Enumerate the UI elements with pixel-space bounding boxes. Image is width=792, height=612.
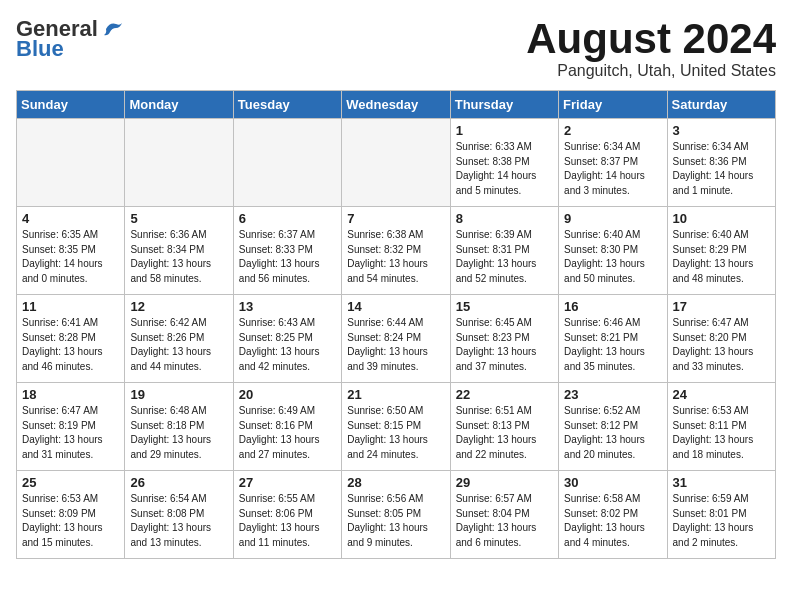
- logo-blue-text: Blue: [16, 36, 64, 62]
- month-title: August 2024: [526, 16, 776, 62]
- page-header: General Blue August 2024 Panguitch, Utah…: [16, 16, 776, 80]
- calendar-cell: 31Sunrise: 6:59 AM Sunset: 8:01 PM Dayli…: [667, 471, 775, 559]
- day-info: Sunrise: 6:41 AM Sunset: 8:28 PM Dayligh…: [22, 316, 119, 374]
- calendar-cell: 18Sunrise: 6:47 AM Sunset: 8:19 PM Dayli…: [17, 383, 125, 471]
- calendar-cell: 13Sunrise: 6:43 AM Sunset: 8:25 PM Dayli…: [233, 295, 341, 383]
- calendar-cell: 24Sunrise: 6:53 AM Sunset: 8:11 PM Dayli…: [667, 383, 775, 471]
- day-info: Sunrise: 6:34 AM Sunset: 8:36 PM Dayligh…: [673, 140, 770, 198]
- day-number: 28: [347, 475, 444, 490]
- calendar-cell: 22Sunrise: 6:51 AM Sunset: 8:13 PM Dayli…: [450, 383, 558, 471]
- calendar-week-row: 4Sunrise: 6:35 AM Sunset: 8:35 PM Daylig…: [17, 207, 776, 295]
- calendar-cell: 29Sunrise: 6:57 AM Sunset: 8:04 PM Dayli…: [450, 471, 558, 559]
- weekday-header-thursday: Thursday: [450, 91, 558, 119]
- day-number: 12: [130, 299, 227, 314]
- weekday-header-saturday: Saturday: [667, 91, 775, 119]
- calendar-cell: [125, 119, 233, 207]
- day-info: Sunrise: 6:55 AM Sunset: 8:06 PM Dayligh…: [239, 492, 336, 550]
- day-number: 2: [564, 123, 661, 138]
- calendar-week-row: 1Sunrise: 6:33 AM Sunset: 8:38 PM Daylig…: [17, 119, 776, 207]
- calendar-cell: 20Sunrise: 6:49 AM Sunset: 8:16 PM Dayli…: [233, 383, 341, 471]
- day-number: 25: [22, 475, 119, 490]
- title-block: August 2024 Panguitch, Utah, United Stat…: [526, 16, 776, 80]
- day-info: Sunrise: 6:59 AM Sunset: 8:01 PM Dayligh…: [673, 492, 770, 550]
- day-info: Sunrise: 6:36 AM Sunset: 8:34 PM Dayligh…: [130, 228, 227, 286]
- day-number: 30: [564, 475, 661, 490]
- day-info: Sunrise: 6:42 AM Sunset: 8:26 PM Dayligh…: [130, 316, 227, 374]
- calendar-header-row: SundayMondayTuesdayWednesdayThursdayFrid…: [17, 91, 776, 119]
- calendar-cell: 17Sunrise: 6:47 AM Sunset: 8:20 PM Dayli…: [667, 295, 775, 383]
- day-info: Sunrise: 6:43 AM Sunset: 8:25 PM Dayligh…: [239, 316, 336, 374]
- day-info: Sunrise: 6:46 AM Sunset: 8:21 PM Dayligh…: [564, 316, 661, 374]
- calendar-cell: 11Sunrise: 6:41 AM Sunset: 8:28 PM Dayli…: [17, 295, 125, 383]
- day-info: Sunrise: 6:53 AM Sunset: 8:09 PM Dayligh…: [22, 492, 119, 550]
- day-number: 3: [673, 123, 770, 138]
- calendar-cell: 7Sunrise: 6:38 AM Sunset: 8:32 PM Daylig…: [342, 207, 450, 295]
- day-info: Sunrise: 6:49 AM Sunset: 8:16 PM Dayligh…: [239, 404, 336, 462]
- day-number: 17: [673, 299, 770, 314]
- weekday-header-monday: Monday: [125, 91, 233, 119]
- day-number: 13: [239, 299, 336, 314]
- day-info: Sunrise: 6:56 AM Sunset: 8:05 PM Dayligh…: [347, 492, 444, 550]
- day-number: 24: [673, 387, 770, 402]
- day-info: Sunrise: 6:52 AM Sunset: 8:12 PM Dayligh…: [564, 404, 661, 462]
- day-number: 9: [564, 211, 661, 226]
- calendar-cell: 26Sunrise: 6:54 AM Sunset: 8:08 PM Dayli…: [125, 471, 233, 559]
- calendar-cell: 25Sunrise: 6:53 AM Sunset: 8:09 PM Dayli…: [17, 471, 125, 559]
- day-number: 14: [347, 299, 444, 314]
- day-number: 20: [239, 387, 336, 402]
- day-info: Sunrise: 6:35 AM Sunset: 8:35 PM Dayligh…: [22, 228, 119, 286]
- calendar-cell: 4Sunrise: 6:35 AM Sunset: 8:35 PM Daylig…: [17, 207, 125, 295]
- day-number: 6: [239, 211, 336, 226]
- day-info: Sunrise: 6:39 AM Sunset: 8:31 PM Dayligh…: [456, 228, 553, 286]
- day-info: Sunrise: 6:48 AM Sunset: 8:18 PM Dayligh…: [130, 404, 227, 462]
- day-number: 29: [456, 475, 553, 490]
- calendar-week-row: 11Sunrise: 6:41 AM Sunset: 8:28 PM Dayli…: [17, 295, 776, 383]
- calendar-cell: 30Sunrise: 6:58 AM Sunset: 8:02 PM Dayli…: [559, 471, 667, 559]
- day-info: Sunrise: 6:38 AM Sunset: 8:32 PM Dayligh…: [347, 228, 444, 286]
- calendar-cell: 10Sunrise: 6:40 AM Sunset: 8:29 PM Dayli…: [667, 207, 775, 295]
- calendar-cell: 6Sunrise: 6:37 AM Sunset: 8:33 PM Daylig…: [233, 207, 341, 295]
- day-info: Sunrise: 6:40 AM Sunset: 8:30 PM Dayligh…: [564, 228, 661, 286]
- day-number: 21: [347, 387, 444, 402]
- calendar-cell: 15Sunrise: 6:45 AM Sunset: 8:23 PM Dayli…: [450, 295, 558, 383]
- day-info: Sunrise: 6:58 AM Sunset: 8:02 PM Dayligh…: [564, 492, 661, 550]
- weekday-header-wednesday: Wednesday: [342, 91, 450, 119]
- weekday-header-sunday: Sunday: [17, 91, 125, 119]
- day-info: Sunrise: 6:51 AM Sunset: 8:13 PM Dayligh…: [456, 404, 553, 462]
- calendar-cell: 19Sunrise: 6:48 AM Sunset: 8:18 PM Dayli…: [125, 383, 233, 471]
- day-number: 1: [456, 123, 553, 138]
- day-number: 26: [130, 475, 227, 490]
- calendar-cell: 14Sunrise: 6:44 AM Sunset: 8:24 PM Dayli…: [342, 295, 450, 383]
- logo: General Blue: [16, 16, 124, 62]
- day-number: 15: [456, 299, 553, 314]
- day-info: Sunrise: 6:45 AM Sunset: 8:23 PM Dayligh…: [456, 316, 553, 374]
- day-number: 11: [22, 299, 119, 314]
- day-info: Sunrise: 6:37 AM Sunset: 8:33 PM Dayligh…: [239, 228, 336, 286]
- calendar-cell: 3Sunrise: 6:34 AM Sunset: 8:36 PM Daylig…: [667, 119, 775, 207]
- day-info: Sunrise: 6:47 AM Sunset: 8:19 PM Dayligh…: [22, 404, 119, 462]
- day-number: 7: [347, 211, 444, 226]
- day-number: 23: [564, 387, 661, 402]
- day-number: 16: [564, 299, 661, 314]
- calendar-cell: 9Sunrise: 6:40 AM Sunset: 8:30 PM Daylig…: [559, 207, 667, 295]
- calendar-week-row: 25Sunrise: 6:53 AM Sunset: 8:09 PM Dayli…: [17, 471, 776, 559]
- day-info: Sunrise: 6:47 AM Sunset: 8:20 PM Dayligh…: [673, 316, 770, 374]
- calendar-cell: [17, 119, 125, 207]
- weekday-header-tuesday: Tuesday: [233, 91, 341, 119]
- calendar-cell: 23Sunrise: 6:52 AM Sunset: 8:12 PM Dayli…: [559, 383, 667, 471]
- day-info: Sunrise: 6:50 AM Sunset: 8:15 PM Dayligh…: [347, 404, 444, 462]
- calendar-week-row: 18Sunrise: 6:47 AM Sunset: 8:19 PM Dayli…: [17, 383, 776, 471]
- calendar-body: 1Sunrise: 6:33 AM Sunset: 8:38 PM Daylig…: [17, 119, 776, 559]
- calendar-cell: [233, 119, 341, 207]
- calendar-table: SundayMondayTuesdayWednesdayThursdayFrid…: [16, 90, 776, 559]
- day-info: Sunrise: 6:54 AM Sunset: 8:08 PM Dayligh…: [130, 492, 227, 550]
- day-number: 22: [456, 387, 553, 402]
- calendar-cell: 5Sunrise: 6:36 AM Sunset: 8:34 PM Daylig…: [125, 207, 233, 295]
- day-info: Sunrise: 6:57 AM Sunset: 8:04 PM Dayligh…: [456, 492, 553, 550]
- day-info: Sunrise: 6:44 AM Sunset: 8:24 PM Dayligh…: [347, 316, 444, 374]
- day-number: 19: [130, 387, 227, 402]
- calendar-cell: 21Sunrise: 6:50 AM Sunset: 8:15 PM Dayli…: [342, 383, 450, 471]
- calendar-cell: [342, 119, 450, 207]
- day-number: 27: [239, 475, 336, 490]
- calendar-cell: 16Sunrise: 6:46 AM Sunset: 8:21 PM Dayli…: [559, 295, 667, 383]
